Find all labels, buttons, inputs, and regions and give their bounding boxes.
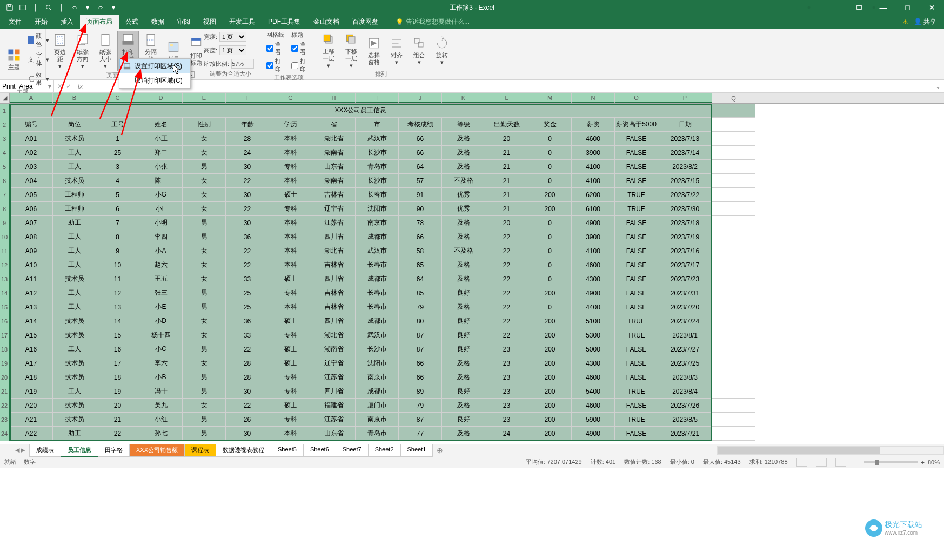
row-header[interactable]: 12 bbox=[0, 258, 10, 272]
cell[interactable]: 男 bbox=[183, 427, 226, 441]
page-break-view-button[interactable] bbox=[835, 458, 846, 467]
cell[interactable]: 助工 bbox=[53, 427, 96, 441]
cell[interactable]: 优秀 bbox=[442, 202, 485, 216]
row-header[interactable]: 4 bbox=[0, 146, 10, 160]
row-header[interactable]: 10 bbox=[0, 230, 10, 244]
cell[interactable]: 工程师 bbox=[53, 202, 96, 216]
cell[interactable]: 长沙市 bbox=[356, 146, 399, 160]
cell[interactable]: A18 bbox=[10, 370, 53, 384]
cell[interactable]: 工人 bbox=[53, 244, 96, 258]
cell[interactable]: 0 bbox=[528, 230, 572, 244]
cell[interactable]: 21 bbox=[485, 188, 528, 202]
cell[interactable]: 硕士 bbox=[269, 314, 312, 328]
cell[interactable]: 工人 bbox=[53, 146, 96, 160]
cell[interactable]: A11 bbox=[10, 272, 53, 286]
cell[interactable]: 200 bbox=[528, 202, 572, 216]
cell[interactable]: 及格 bbox=[442, 258, 485, 272]
cell[interactable]: 南京市 bbox=[356, 413, 399, 427]
cell[interactable]: 沈阳市 bbox=[356, 202, 399, 216]
cell[interactable]: 及格 bbox=[442, 399, 485, 413]
cell[interactable]: 四川省 bbox=[312, 272, 356, 286]
cell[interactable]: 6100 bbox=[572, 202, 615, 216]
cell[interactable]: 薪资 bbox=[572, 118, 615, 132]
row-header[interactable]: 9 bbox=[0, 216, 10, 230]
cell[interactable]: 山东省 bbox=[312, 427, 356, 441]
column-header[interactable]: Q bbox=[712, 93, 755, 103]
cell[interactable]: 200 bbox=[528, 427, 572, 441]
cell[interactable]: 江苏省 bbox=[312, 370, 356, 384]
maximize-icon[interactable]: □ bbox=[895, 0, 920, 15]
cell[interactable]: 36 bbox=[226, 314, 269, 328]
cell[interactable]: 28 bbox=[226, 370, 269, 384]
cell[interactable]: 22 bbox=[485, 300, 528, 314]
cell[interactable]: 0 bbox=[528, 146, 572, 160]
cell[interactable]: 及格 bbox=[442, 356, 485, 370]
row-header[interactable]: 6 bbox=[0, 174, 10, 188]
cell[interactable]: FALSE bbox=[615, 244, 658, 258]
cell[interactable]: 女 bbox=[183, 132, 226, 146]
cell[interactable]: 2023/8/4 bbox=[658, 384, 712, 399]
cell[interactable]: A15 bbox=[10, 328, 53, 342]
cell[interactable]: 本科 bbox=[269, 427, 312, 441]
cell[interactable]: 长沙市 bbox=[356, 174, 399, 188]
qa-customize-icon[interactable]: ▾ bbox=[108, 2, 119, 13]
cell[interactable]: 18 bbox=[96, 370, 139, 384]
cell[interactable]: A02 bbox=[10, 146, 53, 160]
cell[interactable]: 工人 bbox=[53, 342, 96, 356]
cell[interactable]: 技术员 bbox=[53, 174, 96, 188]
cell[interactable]: A12 bbox=[10, 286, 53, 300]
cell[interactable]: 36 bbox=[226, 230, 269, 244]
cell[interactable]: 湖北省 bbox=[312, 132, 356, 146]
cell[interactable] bbox=[712, 104, 755, 118]
cell[interactable]: TRUE bbox=[615, 328, 658, 342]
cell[interactable]: 武汉市 bbox=[356, 244, 399, 258]
cell[interactable]: 0 bbox=[528, 174, 572, 188]
cell[interactable]: 出勤天数 bbox=[485, 118, 528, 132]
cell[interactable]: 24 bbox=[485, 427, 528, 441]
cell[interactable]: 21 bbox=[96, 413, 139, 427]
cell[interactable]: 工程师 bbox=[53, 188, 96, 202]
cell[interactable]: 22 bbox=[485, 258, 528, 272]
cell[interactable]: 本科 bbox=[269, 230, 312, 244]
cell[interactable]: 工人 bbox=[53, 384, 96, 399]
cell[interactable]: 66 bbox=[399, 230, 442, 244]
cell[interactable]: 女 bbox=[183, 244, 226, 258]
cell[interactable]: 200 bbox=[528, 328, 572, 342]
cell[interactable]: 辽宁省 bbox=[312, 202, 356, 216]
cell[interactable]: 64 bbox=[399, 160, 442, 174]
cell[interactable]: FALSE bbox=[615, 174, 658, 188]
cell[interactable]: 21 bbox=[485, 174, 528, 188]
cell[interactable]: 21 bbox=[485, 146, 528, 160]
scale-input[interactable] bbox=[231, 59, 254, 69]
cell[interactable]: 小E bbox=[139, 300, 183, 314]
cell[interactable]: 79 bbox=[399, 300, 442, 314]
menu-tab-金山文档[interactable]: 金山文档 bbox=[307, 15, 346, 29]
cell[interactable]: 优秀 bbox=[442, 188, 485, 202]
row-header[interactable]: 11 bbox=[0, 244, 10, 258]
column-header[interactable]: P bbox=[658, 93, 712, 103]
cell[interactable]: 3900 bbox=[572, 146, 615, 160]
cell[interactable]: 助工 bbox=[53, 216, 96, 230]
cell[interactable]: 7 bbox=[96, 216, 139, 230]
cell[interactable]: 及格 bbox=[442, 160, 485, 174]
cell[interactable]: 77 bbox=[399, 427, 442, 441]
cell[interactable]: 4100 bbox=[572, 174, 615, 188]
cell[interactable]: FALSE bbox=[615, 216, 658, 230]
cell[interactable] bbox=[712, 384, 755, 399]
row-header[interactable]: 23 bbox=[0, 413, 10, 427]
column-header[interactable]: E bbox=[183, 93, 226, 103]
cell[interactable]: 男 bbox=[183, 286, 226, 300]
cell[interactable]: 成都市 bbox=[356, 272, 399, 286]
cell[interactable]: 及格 bbox=[442, 132, 485, 146]
sheet-tab[interactable]: Sheet7 bbox=[336, 444, 369, 457]
menu-tab-公式[interactable]: 公式 bbox=[119, 15, 145, 29]
zoom-out-button[interactable]: — bbox=[855, 459, 861, 465]
row-header[interactable]: 24 bbox=[0, 427, 10, 441]
cell[interactable]: 小王 bbox=[139, 132, 183, 146]
cell[interactable]: 17 bbox=[96, 356, 139, 370]
cell[interactable]: 13 bbox=[96, 300, 139, 314]
cell[interactable]: 技术员 bbox=[53, 272, 96, 286]
bring-forward-button[interactable]: 上移一层▾ bbox=[318, 31, 339, 70]
cell[interactable]: 及格 bbox=[442, 427, 485, 441]
cell[interactable]: 3 bbox=[96, 160, 139, 174]
